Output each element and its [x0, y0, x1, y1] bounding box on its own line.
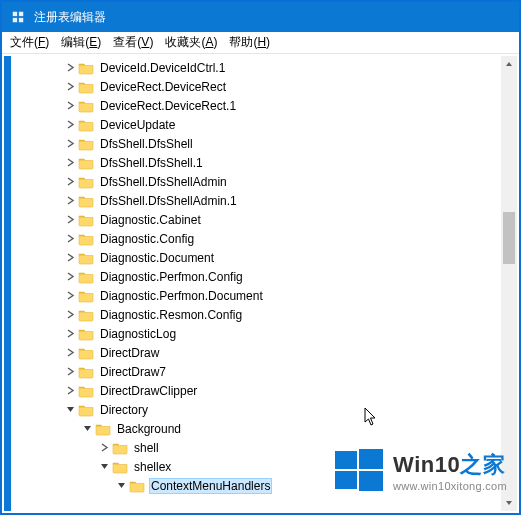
- folder-icon: [78, 99, 94, 113]
- svg-rect-2: [13, 18, 17, 22]
- expand-icon[interactable]: [62, 79, 78, 95]
- tree-item-label: DeviceRect.DeviceRect: [98, 79, 228, 95]
- tree-item[interactable]: DeviceUpdate: [11, 115, 501, 134]
- tree-item-label: DfsShell.DfsShell: [98, 136, 195, 152]
- watermark-url: www.win10xitong.com: [393, 480, 507, 492]
- tree-item-label: DeviceUpdate: [98, 117, 177, 133]
- tree-item-label: DeviceId.DeviceIdCtrl.1: [98, 60, 227, 76]
- expand-icon[interactable]: [62, 212, 78, 228]
- expand-icon[interactable]: [62, 345, 78, 361]
- folder-icon: [78, 308, 94, 322]
- expand-icon[interactable]: [62, 307, 78, 323]
- expand-icon[interactable]: [62, 117, 78, 133]
- folder-icon: [78, 384, 94, 398]
- tree-item-label: Diagnostic.Config: [98, 231, 196, 247]
- tree-item[interactable]: DiagnosticLog: [11, 324, 501, 343]
- folder-icon: [78, 175, 94, 189]
- tree-item[interactable]: DfsShell.DfsShell: [11, 134, 501, 153]
- expand-icon[interactable]: [62, 60, 78, 76]
- collapse-icon[interactable]: [113, 478, 129, 494]
- menu-file[interactable]: 文件(F): [10, 34, 49, 51]
- tree-item[interactable]: DirectDraw: [11, 343, 501, 362]
- folder-icon: [78, 213, 94, 227]
- folder-icon: [78, 137, 94, 151]
- svg-rect-1: [19, 12, 23, 16]
- svg-rect-7: [359, 471, 383, 491]
- tree-item[interactable]: Diagnostic.Perfmon.Config: [11, 267, 501, 286]
- expand-icon[interactable]: [62, 269, 78, 285]
- expand-icon[interactable]: [62, 231, 78, 247]
- folder-icon: [78, 118, 94, 132]
- tree-item-label: Diagnostic.Perfmon.Config: [98, 269, 245, 285]
- windows-logo-icon: [335, 447, 383, 495]
- tree-item-label: shellex: [132, 459, 173, 475]
- tree-item[interactable]: DeviceRect.DeviceRect: [11, 77, 501, 96]
- tree-item-label: DfsShell.DfsShellAdmin: [98, 174, 229, 190]
- tree-item-label: Diagnostic.Document: [98, 250, 216, 266]
- watermark-title: Win10之家: [393, 450, 507, 480]
- menu-help[interactable]: 帮助(H): [229, 34, 270, 51]
- expand-icon[interactable]: [62, 136, 78, 152]
- collapse-icon[interactable]: [62, 402, 78, 418]
- tree-pane: DeviceId.DeviceIdCtrl.1DeviceRect.Device…: [11, 56, 517, 511]
- folder-icon: [78, 289, 94, 303]
- tree-item[interactable]: DirectDraw7: [11, 362, 501, 381]
- expand-icon[interactable]: [62, 155, 78, 171]
- expand-icon[interactable]: [62, 364, 78, 380]
- expand-icon[interactable]: [62, 193, 78, 209]
- tree-item-label: DirectDraw: [98, 345, 161, 361]
- window-title: 注册表编辑器: [34, 9, 106, 26]
- tree-item[interactable]: Diagnostic.Resmon.Config: [11, 305, 501, 324]
- expand-icon[interactable]: [62, 250, 78, 266]
- expand-icon[interactable]: [62, 326, 78, 342]
- folder-icon: [78, 232, 94, 246]
- window-frame: 注册表编辑器 文件(F) 编辑(E) 查看(V) 收藏夹(A) 帮助(H) De…: [0, 0, 521, 515]
- expand-icon[interactable]: [62, 98, 78, 114]
- folder-icon: [78, 346, 94, 360]
- registry-tree[interactable]: DeviceId.DeviceIdCtrl.1DeviceRect.Device…: [11, 58, 501, 495]
- menu-view[interactable]: 查看(V): [113, 34, 153, 51]
- folder-icon: [78, 403, 94, 417]
- tree-item[interactable]: Diagnostic.Cabinet: [11, 210, 501, 229]
- tree-item[interactable]: Diagnostic.Document: [11, 248, 501, 267]
- scroll-up-icon[interactable]: [501, 56, 517, 72]
- scroll-thumb[interactable]: [503, 212, 515, 264]
- menubar: 文件(F) 编辑(E) 查看(V) 收藏夹(A) 帮助(H): [2, 32, 519, 54]
- tree-item[interactable]: Directory: [11, 400, 501, 419]
- folder-icon: [129, 479, 145, 493]
- menu-edit[interactable]: 编辑(E): [61, 34, 101, 51]
- client-area: DeviceId.DeviceIdCtrl.1DeviceRect.Device…: [4, 56, 517, 511]
- folder-icon: [78, 270, 94, 284]
- titlebar[interactable]: 注册表编辑器: [2, 2, 519, 32]
- folder-icon: [78, 365, 94, 379]
- collapse-icon[interactable]: [96, 459, 112, 475]
- expand-icon[interactable]: [62, 383, 78, 399]
- folder-icon: [112, 441, 128, 455]
- tree-item[interactable]: DfsShell.DfsShell.1: [11, 153, 501, 172]
- scroll-down-icon[interactable]: [501, 495, 517, 511]
- tree-item[interactable]: DeviceId.DeviceIdCtrl.1: [11, 58, 501, 77]
- tree-item[interactable]: Background: [11, 419, 501, 438]
- tree-item[interactable]: DirectDrawClipper: [11, 381, 501, 400]
- tree-item[interactable]: DfsShell.DfsShellAdmin: [11, 172, 501, 191]
- tree-item[interactable]: DfsShell.DfsShellAdmin.1: [11, 191, 501, 210]
- svg-rect-6: [335, 471, 357, 489]
- tree-item[interactable]: Diagnostic.Config: [11, 229, 501, 248]
- tree-item[interactable]: DeviceRect.DeviceRect.1: [11, 96, 501, 115]
- tree-item-label: Background: [115, 421, 183, 437]
- folder-icon: [78, 194, 94, 208]
- expand-icon[interactable]: [62, 288, 78, 304]
- collapse-icon[interactable]: [79, 421, 95, 437]
- tree-item-label: DiagnosticLog: [98, 326, 178, 342]
- svg-rect-3: [19, 18, 23, 22]
- menu-favorites[interactable]: 收藏夹(A): [165, 34, 217, 51]
- tree-item-label: Diagnostic.Perfmon.Document: [98, 288, 265, 304]
- expand-icon[interactable]: [62, 174, 78, 190]
- scrollbar-vertical[interactable]: [501, 56, 517, 511]
- tree-item-label: shell: [132, 440, 161, 456]
- tree-item-label: Diagnostic.Cabinet: [98, 212, 203, 228]
- svg-rect-0: [13, 12, 17, 16]
- expand-icon[interactable]: [96, 440, 112, 456]
- tree-item[interactable]: Diagnostic.Perfmon.Document: [11, 286, 501, 305]
- svg-rect-5: [359, 449, 383, 469]
